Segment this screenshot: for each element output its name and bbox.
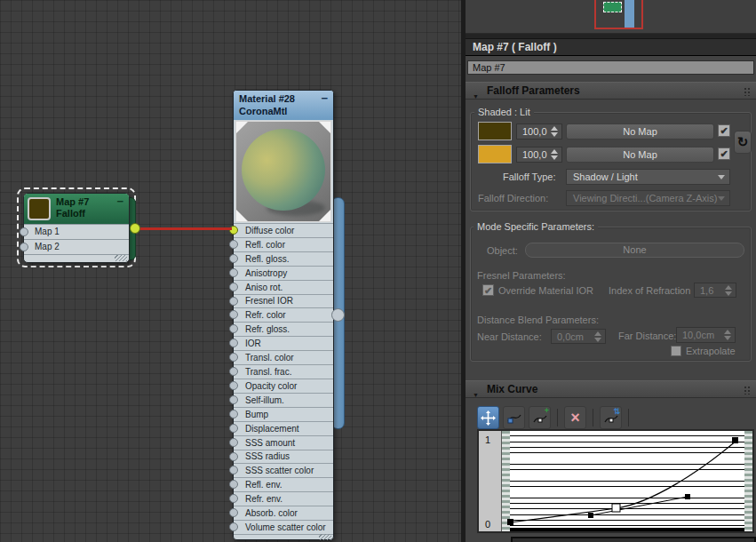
map2-button[interactable]: No Map [566, 147, 714, 163]
map1-enable-checkbox[interactable]: ✔ [718, 124, 730, 137]
slot-label: SSS amount [245, 438, 295, 448]
spinner-arrows-icon[interactable] [551, 149, 559, 160]
input-socket-icon[interactable] [229, 452, 238, 461]
slot-sss-radius[interactable]: SSS radius [234, 450, 333, 464]
falloff-slot-map2[interactable]: Map 2 [24, 239, 129, 254]
spinner-arrows-icon[interactable] [551, 126, 559, 137]
map2-enable-checkbox[interactable]: ✔ [718, 147, 730, 160]
collapse-icon[interactable]: − [116, 195, 123, 208]
collapse-icon[interactable]: − [321, 92, 328, 105]
input-socket-icon[interactable] [229, 466, 238, 474]
input-socket-icon[interactable] [229, 424, 238, 433]
move-point-button[interactable] [477, 406, 499, 429]
slot-displacement[interactable]: Displacement [234, 421, 333, 435]
resize-grip-icon[interactable] [115, 255, 127, 261]
amount2-spinner[interactable]: 100,0 [516, 147, 562, 163]
y-axis-max-label: 1 [485, 434, 490, 445]
input-socket-icon[interactable] [229, 410, 238, 418]
drag-grip-icon[interactable] [744, 386, 752, 395]
slot-diffuse-color[interactable]: Diffuse color [234, 223, 333, 237]
slot-opacity-color[interactable]: Opacity color [234, 379, 333, 393]
input-socket-icon[interactable] [229, 339, 238, 347]
input-socket-icon[interactable] [20, 227, 28, 236]
slot-self-illum[interactable]: Self-illum. [234, 393, 333, 407]
input-socket-icon[interactable] [229, 297, 238, 306]
slot-refr-color[interactable]: Refr. color [234, 307, 333, 322]
chevron-down-icon [718, 175, 725, 183]
input-socket-icon[interactable] [229, 324, 238, 333]
amount1-spinner[interactable]: 100,0 [516, 124, 562, 139]
falloff-slot-map1[interactable]: Map 1 [24, 224, 129, 239]
slot-refl-color[interactable]: Refl. color [234, 237, 333, 251]
rollout-mix-curve[interactable]: ▼ Mix Curve [466, 380, 756, 398]
slot-label: Displacement [245, 424, 299, 434]
scale-point-button[interactable] [503, 406, 525, 429]
add-point-button[interactable]: + [529, 406, 551, 429]
out-of-range-right [744, 431, 752, 531]
input-socket-icon[interactable] [229, 522, 238, 531]
falloff-color1-swatch[interactable] [478, 122, 512, 140]
reset-curve-button[interactable]: ⇅ [600, 406, 622, 429]
slot-sss-amount[interactable]: SSS amount [234, 435, 333, 450]
slot-bump[interactable]: Bump [234, 407, 333, 421]
slot-anisotropy[interactable]: Anisotropy [234, 266, 333, 280]
falloff-output-socket[interactable] [130, 223, 140, 234]
delete-point-button[interactable]: × [564, 406, 586, 429]
slot-absorb-color[interactable]: Absorb. color [234, 506, 333, 520]
input-socket-icon[interactable] [229, 283, 238, 291]
navigator-minimap[interactable] [466, 0, 756, 34]
mode-group-label: Mode Specific Parameters: [473, 221, 598, 232]
swap-colors-button[interactable]: ↻ [734, 131, 752, 154]
curve-plot-area[interactable] [502, 431, 752, 531]
falloff-node[interactable]: Map #7 Falloff − Map 1 Map 2 [23, 193, 130, 263]
slot-refl-gloss[interactable]: Refl. gloss. [234, 251, 333, 266]
slot-sss-scatter-color[interactable]: SSS scatter color [234, 463, 333, 477]
map1-button[interactable]: No Map [566, 124, 714, 139]
material-node[interactable]: Material #28 CoronaMtl − Diffuse color R… [233, 90, 334, 540]
material-node-header[interactable]: Material #28 CoronaMtl − [234, 91, 333, 120]
slot-refl-env[interactable]: Refl. env. [234, 477, 333, 491]
connection-wire[interactable] [134, 227, 232, 230]
slot-label: Refl. gloss. [245, 254, 289, 264]
material-preview-thumbnail[interactable] [235, 121, 331, 222]
input-socket-icon[interactable] [229, 310, 238, 319]
slot-transl-color[interactable]: Transl. color [234, 350, 333, 364]
falloff-node-header[interactable]: Map #7 Falloff − [24, 194, 129, 224]
input-socket-icon[interactable] [229, 367, 238, 376]
input-socket-icon[interactable] [229, 494, 238, 503]
slot-ior[interactable]: IOR [234, 336, 333, 350]
input-socket-icon[interactable] [229, 240, 238, 249]
input-socket-icon[interactable] [229, 480, 238, 489]
input-socket-icon[interactable] [229, 381, 238, 390]
slot-refr-gloss[interactable]: Refr. gloss. [234, 322, 333, 336]
material-name-input[interactable] [467, 60, 754, 75]
falloff-color-swatch[interactable] [28, 197, 51, 220]
falloff-type-dropdown[interactable]: Shadow / Light [566, 169, 730, 185]
rollout-falloff-parameters[interactable]: ▼ Falloff Parameters [466, 82, 756, 100]
input-socket-icon[interactable] [229, 438, 238, 447]
slot-volume-scatter-color[interactable]: Volume scatter color [234, 520, 333, 534]
input-socket-icon[interactable] [20, 243, 28, 251]
node-graph-canvas[interactable]: Map #7 Falloff − Map 1 Map 2 M [0, 0, 466, 542]
slot-transl-frac[interactable]: Transl. frac. [234, 364, 333, 379]
input-socket-icon[interactable] [229, 353, 238, 362]
slot-label: IOR [245, 339, 261, 348]
drag-grip-icon[interactable] [744, 87, 752, 96]
input-socket-icon[interactable] [229, 508, 238, 517]
arrows-icon: ⇅ [613, 408, 620, 416]
slot-fresnel-ior[interactable]: Fresnel IOR [234, 294, 333, 308]
resize-grip-icon[interactable] [319, 534, 331, 540]
fresnel-params-label: Fresnel Parameters: [477, 270, 566, 281]
material-output-socket[interactable] [331, 308, 345, 322]
rollout-title: Falloff Parameters [487, 84, 580, 97]
falloff-color2-swatch[interactable] [478, 145, 512, 163]
material-node-subtitle: CoronaMtl [239, 105, 333, 117]
spinner-arrows-icon [724, 330, 732, 340]
slot-refr-env[interactable]: Refr. env. [234, 491, 333, 506]
curve-plot-white[interactable] [510, 431, 744, 531]
input-socket-icon[interactable] [229, 268, 238, 277]
input-socket-icon[interactable] [229, 254, 238, 263]
mix-curve-graph[interactable]: 1 0 [477, 429, 754, 533]
input-socket-icon[interactable] [229, 395, 238, 404]
slot-aniso-rot[interactable]: Aniso rot. [234, 280, 333, 294]
